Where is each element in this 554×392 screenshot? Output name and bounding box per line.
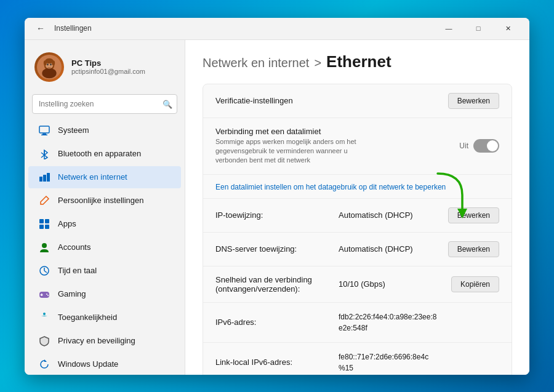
- sidebar-item-privacy[interactable]: Privacy en beveiliging: [28, 330, 181, 352]
- sidebar-label-netwerk: Netwerk en internet: [58, 172, 127, 182]
- link-local-value: fe80::71e7:2d6e:6696:8e4c%15: [339, 351, 499, 374]
- ipv6-label: IPv6-adres:: [215, 318, 339, 327]
- svg-point-2: [42, 68, 56, 78]
- sidebar-label-tijd: Tijd en taal: [58, 266, 97, 275]
- sidebar-label-privacy: Privacy en beveiliging: [58, 336, 135, 345]
- sidebar-item-tijd[interactable]: Tijd en taal: [28, 260, 181, 282]
- window-content: PC Tips pctipsinfo01@gmail.com 🔍 Systee: [25, 40, 529, 375]
- verificatie-label-text: Verificatie-instellingen: [215, 96, 339, 105]
- svg-rect-15: [39, 177, 42, 182]
- breadcrumb-parent: Netwerk en internet: [203, 56, 309, 70]
- maximize-button[interactable]: □: [464, 18, 492, 38]
- breadcrumb-separator: >: [314, 56, 321, 70]
- person-icon: [38, 241, 50, 254]
- snelheid-label-col: Snelheid van de verbinding(ontvangen/ver…: [215, 275, 339, 294]
- bluetooth-icon: [38, 148, 50, 160]
- sidebar-label-gaming: Gaming: [58, 289, 86, 298]
- verificatie-label: Verificatie-instellingen: [215, 96, 339, 105]
- datalimiet-toggle[interactable]: [473, 139, 499, 153]
- user-email: pctipsinfo01@gmail.com: [71, 68, 175, 75]
- sidebar-label-bluetooth: Bluetooth en apparaten: [58, 149, 141, 158]
- datalimiet-label-col: Verbinding met een datalimiet Sommige ap…: [215, 127, 375, 166]
- avatar: [34, 52, 64, 82]
- setting-row-verificatie: Verificatie-instellingen Bewerken: [203, 84, 512, 118]
- title-bar: ← Instellingen — □ ✕: [25, 18, 529, 40]
- window-controls: — □ ✕: [435, 18, 522, 38]
- datalimiet-link[interactable]: Een datalimiet instellen om het datagebr…: [215, 183, 446, 191]
- page-header: Netwerk en internet > Ethernet: [203, 52, 512, 71]
- svg-rect-16: [43, 175, 46, 182]
- link-local-label-col: Link-local IPv6-adres:: [215, 358, 339, 367]
- accessibility-icon: [38, 311, 50, 324]
- snelheid-label: Snelheid van de verbinding(ontvangen/ver…: [215, 275, 339, 294]
- dns-label-col: DNS-server toewijzing:: [215, 244, 339, 254]
- minimize-button[interactable]: —: [435, 18, 463, 38]
- svg-point-8: [52, 60, 55, 65]
- sidebar-label-toegankelijkheid: Toegankelijkheid: [58, 313, 117, 322]
- search-icon: 🔍: [163, 99, 172, 108]
- shield-icon: [38, 335, 50, 347]
- ipv6-label-col: IPv6-adres:: [215, 318, 339, 327]
- dns-value: Automatisch (DHCP): [339, 244, 448, 254]
- setting-row-dns: DNS-server toewijzing: Automatisch (DHCP…: [203, 233, 512, 266]
- window-title: Instellingen: [54, 24, 92, 33]
- sidebar-item-systeem[interactable]: Systeem: [28, 119, 181, 142]
- svg-marker-32: [44, 359, 47, 362]
- clock-icon: [38, 265, 50, 277]
- sidebar-item-netwerk[interactable]: Netwerk en internet: [28, 166, 181, 188]
- settings-card: Verificatie-instellingen Bewerken Verbin…: [203, 84, 512, 375]
- snelheid-action: Kopiëren: [451, 276, 499, 292]
- main-content: Netwerk en internet > Ethernet Verificat…: [185, 40, 529, 375]
- setting-row-link-local: Link-local IPv6-adres: fe80::71e7:2d6e:6…: [203, 343, 512, 375]
- dns-label: DNS-server toewijzing:: [215, 244, 339, 254]
- svg-point-7: [44, 60, 47, 65]
- user-info: PC Tips pctipsinfo01@gmail.com: [71, 58, 175, 75]
- svg-line-25: [44, 271, 47, 273]
- svg-rect-19: [45, 219, 49, 223]
- sidebar-item-update[interactable]: Windows Update: [28, 353, 181, 375]
- network-icon: [38, 171, 50, 183]
- sidebar-label-systeem: Systeem: [58, 126, 89, 135]
- svg-point-30: [47, 295, 49, 296]
- svg-rect-17: [47, 173, 50, 182]
- ip-label-col: IP-toewijzing:: [215, 210, 339, 220]
- search-input[interactable]: [32, 94, 177, 114]
- ipv6-value: fdb2:2c26:f4e4:0:a98e:23ee:8e2e:548f: [339, 311, 499, 334]
- kopieren-button[interactable]: Kopiëren: [451, 276, 499, 292]
- user-section: PC Tips pctipsinfo01@gmail.com: [25, 45, 185, 89]
- setting-row-datalimiet-link: Een datalimiet instellen om het datagebr…: [203, 175, 512, 199]
- link-local-label: Link-local IPv6-adres:: [215, 358, 339, 367]
- dns-action: Bewerken: [448, 241, 499, 257]
- sidebar-item-toegankelijkheid[interactable]: Toegankelijkheid: [28, 306, 181, 329]
- datalimiet-action: Uit: [459, 139, 499, 153]
- svg-rect-18: [39, 219, 44, 223]
- dns-bewerken-button[interactable]: Bewerken: [448, 241, 499, 257]
- svg-point-22: [42, 243, 47, 248]
- svg-point-29: [46, 294, 47, 295]
- sidebar-item-persoonlijk[interactable]: Persoonlijke instellingen: [28, 190, 181, 212]
- datalimiet-label-sub: Sommige apps werken mogelijk anders om h…: [215, 137, 375, 166]
- setting-row-ipv6: IPv6-adres: fdb2:2c26:f4e4:0:a98e:23ee:8…: [203, 303, 512, 343]
- svg-rect-28: [41, 294, 43, 295]
- verificatie-action: Bewerken: [448, 93, 499, 109]
- sidebar-item-accounts[interactable]: Accounts: [28, 236, 181, 258]
- refresh-icon: [38, 358, 50, 370]
- sidebar-label-update: Windows Update: [58, 359, 118, 369]
- ip-bewerken-button[interactable]: Bewerken: [448, 207, 499, 223]
- svg-point-5: [50, 63, 52, 65]
- svg-rect-21: [45, 225, 49, 229]
- snelheid-value: 10/10 (Gbps): [339, 279, 451, 289]
- ip-value: Automatisch (DHCP): [339, 210, 448, 220]
- setting-row-datalimiet: Verbinding met een datalimiet Sommige ap…: [203, 118, 512, 175]
- sidebar-item-bluetooth[interactable]: Bluetooth en apparaten: [28, 143, 181, 165]
- close-button[interactable]: ✕: [494, 18, 522, 38]
- sidebar-item-gaming[interactable]: Gaming: [28, 283, 181, 305]
- sidebar: PC Tips pctipsinfo01@gmail.com 🔍 Systee: [25, 40, 185, 375]
- svg-rect-9: [39, 126, 49, 133]
- svg-point-4: [47, 63, 49, 65]
- svg-rect-20: [39, 225, 44, 229]
- back-button[interactable]: ←: [32, 20, 49, 37]
- verificatie-bewerken-button[interactable]: Bewerken: [448, 93, 499, 109]
- sidebar-label-accounts: Accounts: [58, 242, 90, 252]
- sidebar-item-apps[interactable]: Apps: [28, 213, 181, 235]
